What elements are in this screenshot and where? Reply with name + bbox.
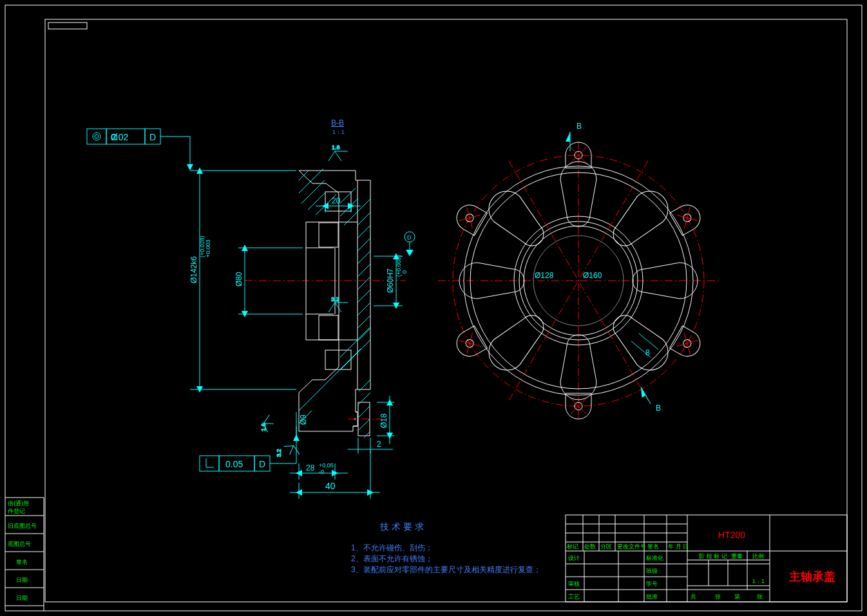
front-view: Ø128 Ø160 8 B B xyxy=(438,122,721,419)
title-block: HT200 主轴承盖 1：1 标记 处数 分区 更改文件号 签名 年 月 日 设… xyxy=(566,515,847,602)
svg-text:3.2: 3.2 xyxy=(331,296,339,303)
svg-text:工艺: 工艺 xyxy=(568,593,580,600)
svg-text:HT200: HT200 xyxy=(718,530,745,540)
svg-line-65 xyxy=(357,406,370,418)
svg-text:Ø128: Ø128 xyxy=(535,271,554,280)
svg-text:比例: 比例 xyxy=(752,553,764,559)
svg-text:1.6: 1.6 xyxy=(260,423,267,431)
svg-text:技 术 要 求: 技 术 要 求 xyxy=(379,521,424,532)
svg-rect-12 xyxy=(200,456,219,471)
svg-text:1：1: 1：1 xyxy=(752,578,765,584)
svg-text:审核: 审核 xyxy=(568,581,580,587)
svg-text:B-B: B-B xyxy=(331,118,344,127)
svg-text:Ø18: Ø18 xyxy=(379,413,388,428)
svg-text:主轴承盖: 主轴承盖 xyxy=(788,570,835,583)
svg-text:签名: 签名 xyxy=(647,543,659,550)
svg-text:+0.05: +0.05 xyxy=(319,462,334,469)
svg-text:旧底图总号: 旧底图总号 xyxy=(8,523,37,529)
svg-line-51 xyxy=(357,277,370,290)
svg-text:+0.003: +0.003 xyxy=(205,239,211,257)
svg-line-137 xyxy=(676,333,698,354)
svg-line-152 xyxy=(639,333,658,350)
svg-text:D: D xyxy=(407,234,412,241)
frame-tab xyxy=(48,23,87,29)
svg-text:B: B xyxy=(656,404,661,413)
svg-line-61 xyxy=(299,394,316,411)
fcf-perpendicularity: 0.05 D xyxy=(200,434,300,471)
svg-text:-0: -0 xyxy=(319,469,324,475)
dimensions-left: Ø142k6 (+0.028) +0.003 Ø80 Ø60H7 (+0.003… xyxy=(189,167,408,499)
svg-point-4 xyxy=(95,135,99,138)
svg-line-57 xyxy=(340,340,370,370)
outer-frame xyxy=(5,5,862,611)
surface-finish: 1.6 3.2 1.6 3.2 xyxy=(260,144,348,459)
svg-text:件登记: 件登记 xyxy=(8,508,25,514)
svg-text:标准化: 标准化 xyxy=(645,555,663,561)
svg-text:日期: 日期 xyxy=(16,595,28,601)
svg-text:设计: 设计 xyxy=(568,555,580,561)
datum-d: D xyxy=(405,232,415,256)
svg-line-48 xyxy=(357,238,370,251)
svg-text:3.2: 3.2 xyxy=(276,449,282,457)
fcf-concentricity: 0.02 Ø D xyxy=(87,129,193,171)
view-label: B-B 1：1 xyxy=(331,118,345,135)
svg-line-64 xyxy=(357,393,370,406)
svg-text:更改文件号: 更改文件号 xyxy=(617,543,646,550)
svg-text:2: 2 xyxy=(377,440,381,449)
svg-text:共: 共 xyxy=(691,593,696,600)
svg-text:B: B xyxy=(576,122,582,131)
svg-text:年 月 日: 年 月 日 xyxy=(668,543,689,550)
svg-line-54 xyxy=(357,315,370,328)
svg-text:8: 8 xyxy=(645,348,650,357)
svg-text:标记: 标记 xyxy=(566,543,578,550)
svg-line-66 xyxy=(357,418,370,431)
svg-text:D: D xyxy=(149,132,156,142)
svg-text:日期: 日期 xyxy=(16,577,28,583)
svg-text:1、不允许碰伤、刮伤；: 1、不允许碰伤、刮伤； xyxy=(351,543,433,552)
svg-text:Ø: Ø xyxy=(111,132,118,142)
svg-text:28: 28 xyxy=(306,463,315,472)
svg-line-49 xyxy=(357,251,370,264)
svg-line-113 xyxy=(263,415,269,423)
svg-line-47 xyxy=(357,225,370,238)
svg-text:批准: 批准 xyxy=(646,593,658,600)
svg-line-143 xyxy=(459,333,481,354)
svg-rect-23 xyxy=(325,350,351,369)
svg-text:Ø80: Ø80 xyxy=(234,272,243,286)
svg-text:处数: 处数 xyxy=(584,543,596,550)
svg-text:Ø160: Ø160 xyxy=(583,271,602,280)
svg-rect-2 xyxy=(87,129,106,144)
inner-frame xyxy=(45,19,847,602)
svg-line-50 xyxy=(357,264,370,277)
svg-line-55 xyxy=(357,328,370,341)
svg-rect-28 xyxy=(319,223,338,247)
svg-text:重量: 重量 xyxy=(731,553,743,559)
svg-text:分区: 分区 xyxy=(600,543,612,550)
svg-text:底图总号: 底图总号 xyxy=(8,541,31,547)
svg-text:3、装配前应对零部件的主要尺寸及相关精度进行复查；: 3、装配前应对零部件的主要尺寸及相关精度进行复查； xyxy=(351,565,541,574)
svg-text:第: 第 xyxy=(734,593,740,600)
svg-rect-29 xyxy=(319,315,338,340)
svg-line-53 xyxy=(357,303,370,315)
svg-line-134 xyxy=(676,207,698,229)
svg-text:Ø142k6: Ø142k6 xyxy=(189,256,198,283)
svg-text:Ø9: Ø9 xyxy=(299,415,308,425)
svg-line-52 xyxy=(357,290,370,303)
tech-requirements: 技 术 要 求 1、不允许碰伤、刮伤； 2、表面不允许有锈蚀； 3、装配前应对零… xyxy=(351,521,541,574)
svg-line-39 xyxy=(299,169,323,193)
svg-text:学号: 学号 xyxy=(646,581,658,587)
svg-text:张: 张 xyxy=(715,593,721,600)
svg-line-56 xyxy=(340,327,370,357)
svg-line-43 xyxy=(340,188,356,203)
svg-text:Ø60H7: Ø60H7 xyxy=(386,268,395,293)
svg-text:签名: 签名 xyxy=(16,559,28,565)
svg-text:1：1: 1：1 xyxy=(332,129,345,135)
svg-text:2、表面不允许有锈蚀；: 2、表面不允许有锈蚀； xyxy=(351,554,433,563)
svg-text:40: 40 xyxy=(325,481,336,491)
revision-block: 借(通)用 件登记 旧底图总号 底图总号 签名 日期 日期 xyxy=(5,498,44,611)
svg-text:20: 20 xyxy=(332,196,341,205)
svg-line-146 xyxy=(459,207,481,229)
svg-text:张: 张 xyxy=(757,593,763,600)
svg-text:1.6: 1.6 xyxy=(332,144,340,151)
svg-point-3 xyxy=(93,133,100,140)
